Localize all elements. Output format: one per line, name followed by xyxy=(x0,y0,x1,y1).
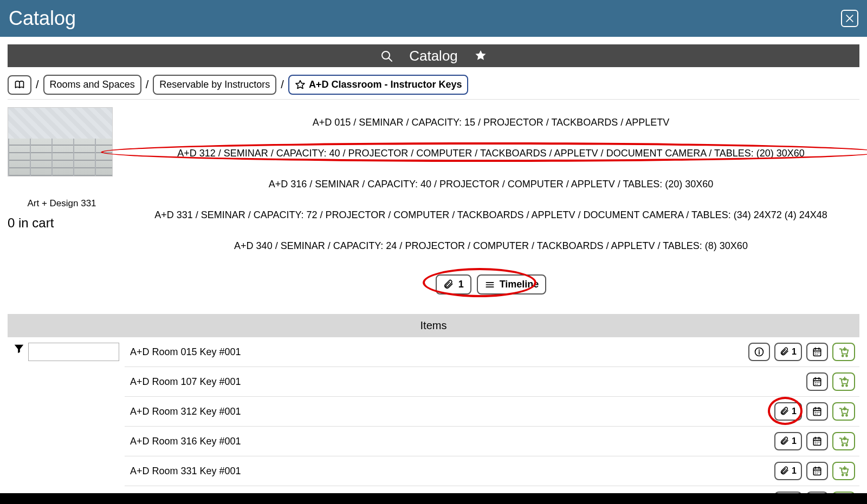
subheader-title: Catalog xyxy=(409,48,458,64)
add-to-cart-button[interactable] xyxy=(832,432,855,450)
item-row: A+D Room 107 Key #001 xyxy=(125,367,859,397)
filter-input[interactable] xyxy=(28,343,119,361)
search-icon[interactable] xyxy=(380,49,393,62)
breadcrumb-separator: / xyxy=(145,78,150,91)
paperclip-icon xyxy=(443,279,454,290)
star-icon[interactable] xyxy=(474,49,487,62)
breadcrumb-separator: / xyxy=(35,78,40,91)
cart-icon xyxy=(838,465,850,477)
calendar-button[interactable] xyxy=(806,462,828,480)
attachments-button[interactable]: 1 xyxy=(774,462,802,480)
item-name[interactable]: A+D Room 015 Key #001 xyxy=(130,346,241,358)
timeline-button[interactable]: Timeline xyxy=(477,274,547,294)
star-outline-icon xyxy=(295,80,306,90)
item-name[interactable]: A+D Room 316 Key #001 xyxy=(130,436,241,447)
room-description[interactable]: A+D 316 / SEMINAR / CAPACITY: 40 / PROJE… xyxy=(269,179,713,190)
attachments-button[interactable]: 1 xyxy=(774,343,802,361)
info-icon xyxy=(754,346,765,357)
paperclip-icon xyxy=(780,407,790,416)
add-to-cart-button[interactable] xyxy=(832,462,855,480)
item-row: A+D Room 316 Key #0011 xyxy=(125,427,859,456)
attachments-count: 1 xyxy=(792,466,797,476)
cart-icon xyxy=(838,346,850,358)
attachments-count: 1 xyxy=(792,436,797,446)
cart-icon xyxy=(838,405,850,417)
close-icon xyxy=(844,13,855,24)
book-icon xyxy=(14,80,25,90)
attachments-count: 1 xyxy=(458,279,464,290)
timeline-label: Timeline xyxy=(500,279,539,290)
lines-icon xyxy=(484,279,495,290)
room-description[interactable]: A+D 312 / SEMINAR / CAPACITY: 40 / PROJE… xyxy=(177,148,805,159)
room-description[interactable]: A+D 015 / SEMINAR / CAPACITY: 15 / PROJE… xyxy=(313,117,669,128)
breadcrumb-reservable[interactable]: Reservable by Instructors xyxy=(153,75,276,95)
room-description[interactable]: A+D 340 / SEMINAR / CAPACITY: 24 / PROJE… xyxy=(234,240,748,252)
calendar-icon xyxy=(812,376,823,387)
attachments-count: 1 xyxy=(792,347,797,357)
add-to-cart-button[interactable] xyxy=(832,372,855,391)
item-row: A+D Room 015 Key #0011 xyxy=(125,337,859,367)
add-to-cart-button[interactable] xyxy=(832,402,855,421)
cart-count: 0 in cart xyxy=(8,215,116,231)
breadcrumb-root[interactable] xyxy=(8,75,31,95)
calendar-icon xyxy=(812,436,823,447)
page-title: Catalog xyxy=(9,7,76,30)
attachments-button[interactable]: 1 xyxy=(436,274,471,294)
add-to-cart-button[interactable] xyxy=(832,343,855,361)
calendar-button[interactable] xyxy=(806,343,828,361)
thumbnail-label: Art + Design 331 xyxy=(8,198,116,209)
paperclip-icon xyxy=(780,347,790,357)
calendar-icon xyxy=(812,466,823,476)
footer-bar xyxy=(0,493,867,504)
room-thumbnail[interactable] xyxy=(8,107,113,176)
calendar-button[interactable] xyxy=(806,432,828,450)
breadcrumb-current[interactable]: A+D Classroom - Instructor Keys xyxy=(288,75,469,95)
item-row: A+D Room 312 Key #0011 xyxy=(125,397,859,427)
calendar-button[interactable] xyxy=(806,402,828,421)
cart-icon xyxy=(838,435,850,447)
attachments-count: 1 xyxy=(792,407,797,416)
calendar-button[interactable] xyxy=(806,372,828,391)
breadcrumb-rooms[interactable]: Rooms and Spaces xyxy=(43,75,141,95)
paperclip-icon xyxy=(780,436,790,446)
filter-icon[interactable] xyxy=(13,343,25,355)
calendar-icon xyxy=(812,406,823,417)
item-name[interactable]: A+D Room 331 Key #001 xyxy=(130,466,241,477)
attachments-button[interactable]: 1 xyxy=(774,432,802,450)
info-button[interactable] xyxy=(748,343,770,361)
breadcrumb-current-label: A+D Classroom - Instructor Keys xyxy=(309,79,462,90)
items-section-header: Items xyxy=(8,314,859,337)
breadcrumb: / Rooms and Spaces / Reservable by Instr… xyxy=(8,70,859,100)
catalog-subheader: Catalog xyxy=(8,44,859,67)
close-button[interactable] xyxy=(841,10,858,27)
calendar-icon xyxy=(812,346,823,357)
breadcrumb-separator: / xyxy=(280,78,285,91)
item-name[interactable]: A+D Room 107 Key #001 xyxy=(130,376,241,388)
paperclip-icon xyxy=(780,466,790,476)
item-row: A+D Room 331 Key #0011 xyxy=(125,456,859,486)
cart-icon xyxy=(838,376,850,388)
room-description[interactable]: A+D 331 / SEMINAR / CAPACITY: 72 / PROJE… xyxy=(154,210,827,221)
item-name[interactable]: A+D Room 312 Key #001 xyxy=(130,406,241,417)
attachments-button[interactable]: 1 xyxy=(774,402,802,421)
